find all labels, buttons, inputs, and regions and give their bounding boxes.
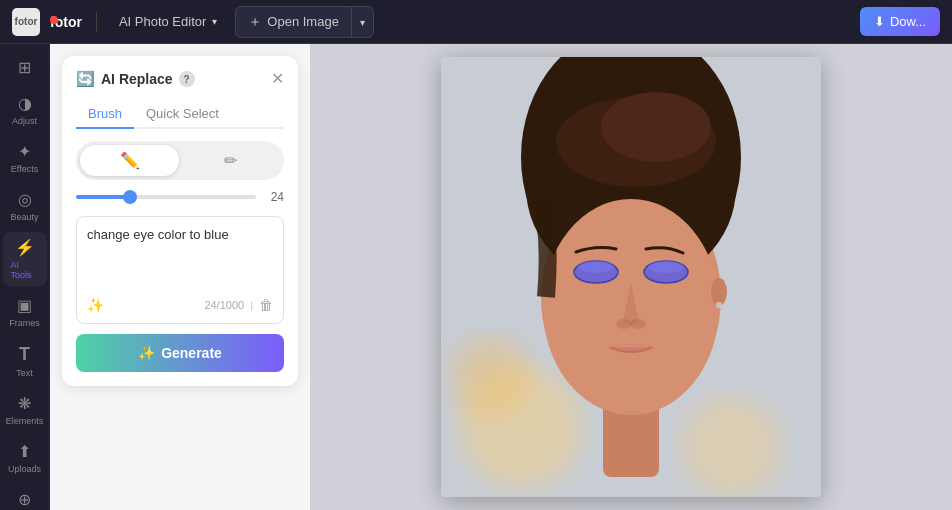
panel-header: 🔄 AI Replace ? ✕ [76,70,284,88]
tab-quick-select[interactable]: Quick Select [134,100,231,129]
adjust-icon: ◑ [18,94,32,113]
download-icon: ⬇ [874,14,885,29]
photo-container [441,57,821,497]
beauty-icon: ◎ [18,190,32,209]
topbar-divider [96,12,97,32]
sidebar-item-frames[interactable]: ▣ Frames [3,290,47,334]
brush-add-button[interactable]: ✏️ [80,145,179,176]
delete-icon[interactable]: 🗑 [259,297,273,313]
help-badge[interactable]: ? [179,71,195,87]
open-image-button[interactable]: ＋ Open Image ▾ [235,6,374,38]
topbar: fotor fotor AI Photo Editor ▾ ＋ Open Ima… [0,0,952,44]
slider-value: 24 [264,190,284,204]
brush-tools: ✏️ ✏ [76,141,284,180]
magic-icon: ✨ [87,297,104,313]
char-count: 24/1000 [204,299,244,311]
ai-tools-icon: ⚡ [15,238,35,257]
uploads-icon: ⬆ [18,442,31,461]
sidebar-item-label: Frames [9,318,40,328]
download-button[interactable]: ⬇ Dow... [860,7,940,36]
editor-mode-button[interactable]: AI Photo Editor ▾ [111,9,225,34]
tab-quick-select-label: Quick Select [146,106,219,121]
sidebar-item-uploads[interactable]: ⬆ Uploads [3,436,47,480]
sidebar-item-elements[interactable]: ❋ Elements [3,388,47,432]
brush-add-icon: ✏️ [120,151,140,170]
download-label: Dow... [890,14,926,29]
tab-brush-label: Brush [88,106,122,121]
svg-point-3 [451,337,531,417]
svg-point-15 [616,319,632,329]
sidebar-item-label: Effects [11,164,38,174]
effects-icon: ✦ [18,142,31,161]
tabs: Brush Quick Select [76,100,284,129]
slider-thumb[interactable] [123,190,137,204]
prompt-area: change eye color to blue ✨ 24/1000 | 🗑 [76,216,284,324]
sidebar-item-label: Uploads [8,464,41,474]
sidebar-item-beauty[interactable]: ◎ Beauty [3,184,47,228]
panel-title-text: AI Replace [101,71,173,87]
portrait-image [441,57,821,497]
generate-sparkle-icon: ✨ [138,345,155,361]
svg-point-17 [711,278,727,306]
svg-point-16 [630,319,646,329]
face-svg [441,57,821,497]
sidebar-item-label: AI Tools [11,260,39,280]
sidebar-item-label: Adjust [12,116,37,126]
slider-fill [76,195,130,199]
open-image-dropdown-arrow[interactable]: ▾ [352,8,373,35]
svg-point-11 [578,261,614,273]
open-image-label: Open Image [267,14,339,29]
sidebar-item-ai-tools[interactable]: ⚡ AI Tools [3,232,47,286]
fotor-logo: fotor [12,8,40,36]
chevron-down-icon: ▾ [212,16,217,27]
prompt-footer: ✨ 24/1000 | 🗑 [87,297,273,313]
sidebar-item-text[interactable]: T Text [3,338,47,384]
tab-brush[interactable]: Brush [76,100,134,129]
editor-mode-label: AI Photo Editor [119,14,206,29]
help-icon: ? [184,74,190,85]
grid-icon: ⊞ [18,58,31,77]
svg-point-2 [681,397,781,497]
brush-erase-button[interactable]: ✏ [181,145,280,176]
brush-size-slider[interactable] [76,195,256,199]
prompt-input[interactable]: change eye color to blue [87,227,273,287]
close-button[interactable]: ✕ [271,71,284,87]
sidebar-item-label: Elements [6,416,44,426]
ai-replace-icon: 🔄 [76,70,95,88]
panel-title: 🔄 AI Replace ? [76,70,195,88]
frames-icon: ▣ [17,296,32,315]
svg-point-20 [601,92,711,162]
canvas-area[interactable] [310,44,952,510]
brush-erase-icon: ✏ [224,151,237,170]
sidebar-item-more[interactable]: ⊕ More [3,484,47,510]
red-dot-indicator [50,16,58,24]
left-sidebar: ⊞ ◑ Adjust ✦ Effects ◎ Beauty ⚡ AI Tools… [0,44,50,510]
sidebar-item-grid[interactable]: ⊞ [3,52,47,84]
text-icon: T [19,344,30,365]
svg-point-14 [648,261,684,273]
sidebar-item-adjust[interactable]: ◑ Adjust [3,88,47,132]
generate-label: Generate [161,345,222,361]
generate-button[interactable]: ✨ Generate [76,334,284,372]
svg-point-18 [716,302,722,308]
main-layout: ⊞ ◑ Adjust ✦ Effects ◎ Beauty ⚡ AI Tools… [0,44,952,510]
plus-icon: ＋ [248,13,262,31]
slider-row: 24 [76,190,284,204]
chevron-down-icon: ▾ [360,17,365,28]
open-image-main[interactable]: ＋ Open Image [236,7,352,37]
sidebar-item-label: Beauty [10,212,38,222]
elements-icon: ❋ [18,394,31,413]
sidebar-item-effects[interactable]: ✦ Effects [3,136,47,180]
more-icon: ⊕ [18,490,31,509]
panel-area: 🔄 AI Replace ? ✕ Brush Quick Select [50,44,310,510]
sidebar-item-label: Text [16,368,33,378]
ai-replace-panel: 🔄 AI Replace ? ✕ Brush Quick Select [62,56,298,386]
